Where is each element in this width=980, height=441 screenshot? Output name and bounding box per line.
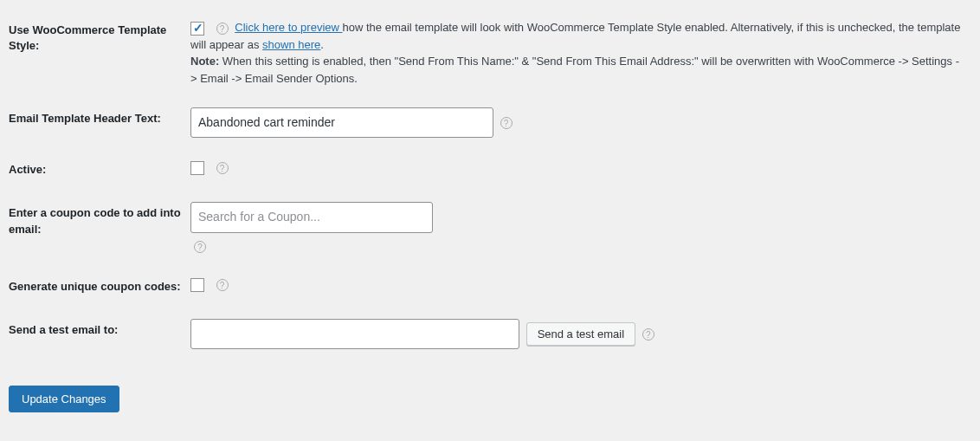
label-unique-coupon: Generate unique coupon codes: [9,265,190,308]
help-icon[interactable]: ? [194,241,206,253]
row-coupon-code: Enter a coupon code to add into email: ? [9,191,971,265]
submit-row: Update Changes [9,360,971,421]
help-icon[interactable]: ? [216,279,229,291]
label-header-text: Email Template Header Text: [9,97,190,148]
label-active: Active: [9,148,190,191]
button-update-changes[interactable]: Update Changes [9,386,119,412]
help-icon[interactable]: ? [216,162,229,174]
input-header-text[interactable] [190,107,493,138]
help-icon[interactable]: ? [642,328,654,340]
desc-text-2: . [320,38,324,51]
input-coupon-search[interactable] [190,202,433,232]
help-icon[interactable]: ? [216,23,229,35]
checkbox-active[interactable] [190,161,204,175]
row-unique-coupon: Generate unique coupon codes: ? [9,265,971,308]
checkbox-unique-coupon[interactable] [190,278,204,292]
label-coupon-code: Enter a coupon code to add into email: [9,191,190,265]
label-use-template: Use WooCommerce Template Style: [9,9,190,97]
row-header-text: Email Template Header Text: ? [9,97,971,148]
button-send-test-email[interactable]: Send a test email [526,322,635,346]
row-test-email: Send a test email to: Send a test email … [9,308,971,360]
label-test-email: Send a test email to: [9,308,190,360]
input-test-email[interactable] [190,319,519,349]
note-text: When this setting is enabled, then "Send… [190,55,959,85]
checkbox-use-template[interactable] [190,22,204,36]
note-label: Note: [190,55,219,68]
use-template-description: Click here to preview how the email temp… [190,21,960,85]
help-icon[interactable]: ? [500,117,513,129]
link-shown-here[interactable]: shown here [262,38,320,51]
settings-form-table: Use WooCommerce Template Style: ? Click … [9,9,971,360]
row-active: Active: ? [9,148,971,191]
link-preview[interactable]: Click here to preview [235,21,342,34]
row-use-template: Use WooCommerce Template Style: ? Click … [9,9,971,97]
